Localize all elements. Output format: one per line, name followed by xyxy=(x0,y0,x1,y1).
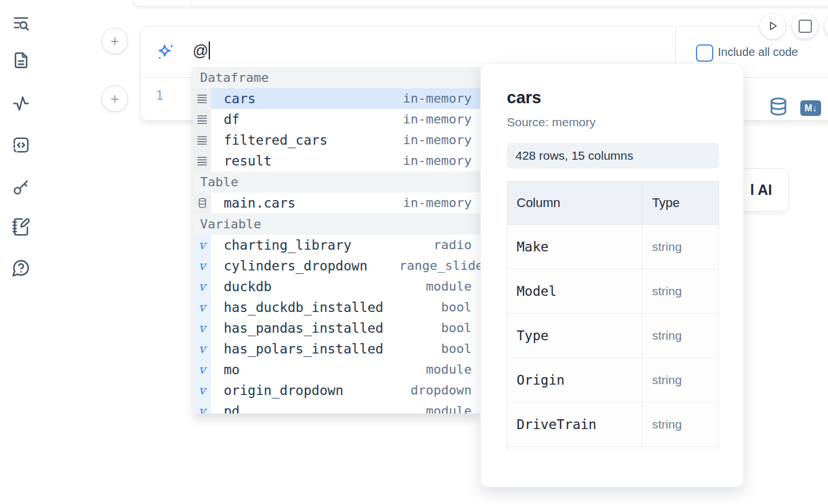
autocomplete-section-header: Table xyxy=(193,171,481,193)
completion-type: bool xyxy=(441,297,481,318)
autocomplete-item-filtered_cars[interactable]: filtered_carsin-memory xyxy=(193,130,481,151)
sparkles-icon xyxy=(156,42,175,62)
preview-columns-table: ColumnTypeMakestringModelstringTypestrin… xyxy=(507,181,719,450)
completion-type: dropdown xyxy=(411,380,481,401)
column-type-cell: string xyxy=(643,225,719,269)
variable-icon: v xyxy=(193,359,211,380)
autocomplete-item-has_duckdb_installed[interactable]: vhas_duckdb_installedbool xyxy=(193,297,481,318)
code-snippet-icon[interactable] xyxy=(12,136,31,155)
completion-type: module xyxy=(426,276,481,297)
column-name-cell: DriveTrain xyxy=(507,403,643,447)
preview-table-row-partial xyxy=(507,447,719,450)
autocomplete-item-has_pandas_installed[interactable]: vhas_pandas_installedbool xyxy=(193,318,481,338)
play-icon xyxy=(766,20,779,32)
stop-cell-button[interactable] xyxy=(792,13,818,39)
autocomplete-item-main.cars[interactable]: main.carsin-memory xyxy=(193,193,481,213)
text-cursor xyxy=(209,42,210,59)
completion-type: in-memory xyxy=(403,151,481,171)
dataframe-rows-icon xyxy=(193,151,211,171)
column-name-cell: Make xyxy=(507,225,643,269)
completion-type: radio xyxy=(434,235,481,255)
preview-table-row: Makestring xyxy=(507,225,719,269)
completion-name: duckdb xyxy=(224,276,303,297)
completion-name: cylinders_dropdown xyxy=(224,255,399,276)
autocomplete-item-pd[interactable]: vpdmodule xyxy=(193,401,481,413)
completion-name: result xyxy=(224,151,303,171)
add-cell-button-top[interactable]: + xyxy=(101,28,128,54)
preview-table-wrap: ColumnTypeMakestringModelstringTypestrin… xyxy=(507,181,719,450)
column-name-cell: Model xyxy=(507,269,643,314)
dataframe-rows-icon xyxy=(193,88,211,109)
completion-type: bool xyxy=(441,338,481,359)
completion-name: main.cars xyxy=(224,193,328,213)
include-all-code-checkbox[interactable] xyxy=(696,44,713,62)
autocomplete-item-cylinders_dropdown[interactable]: vcylinders_dropdownrange_slider xyxy=(193,255,481,276)
stop-icon xyxy=(799,20,812,33)
autocomplete-item-origin_dropdown[interactable]: vorigin_dropdowndropdown xyxy=(193,380,481,401)
completion-type: in-memory xyxy=(403,88,481,109)
include-all-code-label: Include all code xyxy=(718,46,798,59)
column-type-cell: string xyxy=(643,314,719,358)
variable-icon: v xyxy=(193,235,211,255)
line-number: 1 xyxy=(156,88,163,103)
database-icon[interactable] xyxy=(769,96,788,118)
completion-type: bool xyxy=(441,318,481,338)
run-cell-button[interactable] xyxy=(759,13,786,39)
preview-table-row: Modelstring xyxy=(507,269,719,314)
preview-table-row: Originstring xyxy=(507,358,719,403)
completion-name: has_polars_installed xyxy=(224,338,415,359)
column-name-cell xyxy=(507,447,643,450)
autocomplete-item-result[interactable]: resultin-memory xyxy=(193,151,481,171)
completion-name: mo xyxy=(224,359,272,380)
autocomplete-item-mo[interactable]: vmomodule xyxy=(193,359,481,380)
add-cell-button-bottom[interactable]: + xyxy=(101,85,128,112)
autocomplete-item-df[interactable]: dfin-memory xyxy=(193,109,481,130)
activity-icon[interactable] xyxy=(12,94,31,113)
database-icon xyxy=(193,193,211,213)
completion-name: pd xyxy=(224,401,272,413)
variable-icon: v xyxy=(193,318,211,338)
preview-table-header: Column xyxy=(507,182,643,225)
autocomplete-item-duckdb[interactable]: vduckdbmodule xyxy=(193,276,481,297)
column-type-cell: string xyxy=(643,269,719,314)
column-type-cell: string xyxy=(643,358,719,403)
dataframe-rows-icon xyxy=(193,130,211,151)
help-circle-icon[interactable] xyxy=(12,258,31,277)
completion-name: charting_library xyxy=(224,235,383,255)
preview-table-header: Type xyxy=(643,182,719,225)
autocomplete-section-header: Dataframe xyxy=(193,67,481,88)
autocomplete-item-charting_library[interactable]: vcharting_libraryradio xyxy=(193,235,481,255)
markdown-icon[interactable]: M↓ xyxy=(800,100,821,116)
dataframe-rows-icon xyxy=(193,109,211,130)
completion-type: in-memory xyxy=(403,130,481,151)
key-icon[interactable] xyxy=(12,178,31,197)
variable-icon: v xyxy=(193,401,211,413)
completion-name: has_duckdb_installed xyxy=(224,297,415,318)
list-search-icon[interactable] xyxy=(12,13,31,32)
variable-icon: v xyxy=(193,297,211,318)
variable-icon: v xyxy=(193,255,211,276)
preview-shape-badge: 428 rows, 15 columns xyxy=(507,143,719,168)
variable-icon: v xyxy=(193,276,211,297)
autocomplete-popup: Dataframecarsin-memorydfin-memoryfiltere… xyxy=(193,63,481,413)
file-text-icon[interactable] xyxy=(12,51,31,70)
completion-type: range_slider xyxy=(399,255,481,276)
completion-type: module xyxy=(426,359,481,380)
preview-table-row: DriveTrainstring xyxy=(507,403,719,447)
prompt-text: @ xyxy=(193,42,208,59)
autocomplete-item-cars[interactable]: carsin-memory xyxy=(193,88,481,109)
completion-name: cars xyxy=(224,88,287,109)
ai-prompt-input[interactable]: @ xyxy=(193,42,210,60)
column-type-cell xyxy=(643,447,719,450)
column-name-cell: Origin xyxy=(507,358,643,403)
notebook-pen-icon[interactable] xyxy=(12,217,31,236)
column-type-cell: string xyxy=(643,403,719,447)
preview-source: Source: memory xyxy=(507,115,718,129)
preview-title: cars xyxy=(507,88,718,107)
completion-name: origin_dropdown xyxy=(224,380,375,401)
ai-button-label: l AI xyxy=(750,169,772,211)
dataframe-preview-panel: cars Source: memory 428 rows, 15 columns… xyxy=(480,63,744,487)
variable-icon: v xyxy=(193,380,211,401)
autocomplete-item-has_polars_installed[interactable]: vhas_polars_installedbool xyxy=(193,338,481,359)
completion-type: module xyxy=(426,401,481,413)
